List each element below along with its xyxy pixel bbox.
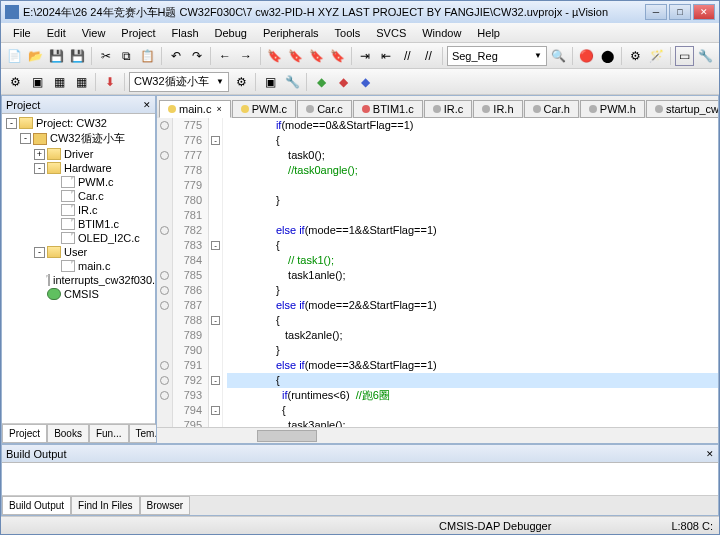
menu-view[interactable]: View xyxy=(74,25,114,41)
outdent-icon[interactable]: ⇤ xyxy=(377,46,396,66)
menu-svcs[interactable]: SVCS xyxy=(368,25,414,41)
pane-close-icon[interactable]: ✕ xyxy=(143,100,151,110)
menu-peripherals[interactable]: Peripherals xyxy=(255,25,327,41)
tree-target[interactable]: -CW32循迹小车 xyxy=(4,130,153,147)
cut-icon[interactable]: ✂ xyxy=(96,46,115,66)
tree-file-interrupts_cw32f030-c[interactable]: interrupts_cw32f030.c xyxy=(4,273,153,287)
menu-edit[interactable]: Edit xyxy=(39,25,74,41)
menu-help[interactable]: Help xyxy=(469,25,508,41)
build-output-pane: Build Output ✕ Build OutputFind In Files… xyxy=(1,444,719,516)
editor-pane: main.c×PWM.cCar.cBTIM1.cIR.cIR.hCar.hPWM… xyxy=(156,95,719,444)
bookmark-next-icon[interactable]: 🔖 xyxy=(286,46,305,66)
code-body[interactable]: if(mode==0&&StartFlag==1) { task0(); //t… xyxy=(223,118,718,427)
translate-icon[interactable]: ⚙ xyxy=(5,72,25,92)
status-debugger: CMSIS-DAP Debugger xyxy=(439,520,551,532)
saveall-icon[interactable]: 💾 xyxy=(68,46,87,66)
download-icon[interactable]: ⬇ xyxy=(100,72,120,92)
menu-window[interactable]: Window xyxy=(414,25,469,41)
tree-file-IR-c[interactable]: IR.c xyxy=(4,203,153,217)
debug-icon[interactable]: 🔴 xyxy=(577,46,596,66)
proj-tab-2[interactable]: Fun... xyxy=(89,424,129,443)
bookmark-clear-icon[interactable]: 🔖 xyxy=(328,46,347,66)
tree-file-Car-c[interactable]: Car.c xyxy=(4,189,153,203)
tree-project-root[interactable]: -Project: CW32 xyxy=(4,116,153,130)
new-icon[interactable]: 📄 xyxy=(5,46,24,66)
blue-icon[interactable]: ◆ xyxy=(355,72,375,92)
title-bar: E:\2024年\26 24年竞赛小车H题 CW32F030C\7 cw32-P… xyxy=(1,1,719,23)
tools-icon[interactable]: 🔧 xyxy=(696,46,715,66)
build-tab-0[interactable]: Build Output xyxy=(2,496,71,515)
menu-project[interactable]: Project xyxy=(113,25,163,41)
file-tab-Car-c[interactable]: Car.c xyxy=(297,100,352,118)
file-tab-IR-h[interactable]: IR.h xyxy=(473,100,522,118)
tree-group-cmsis[interactable]: CMSIS xyxy=(4,287,153,301)
target-combo[interactable]: CW32循迹小车▼ xyxy=(129,72,229,92)
tree-file-BTIM1-c[interactable]: BTIM1.c xyxy=(4,217,153,231)
build-tab-2[interactable]: Browser xyxy=(140,496,191,515)
batch-icon[interactable]: ▦ xyxy=(71,72,91,92)
breakpoint-icon[interactable]: ⬤ xyxy=(598,46,617,66)
build-body[interactable] xyxy=(2,463,718,495)
file-tabs: main.c×PWM.cCar.cBTIM1.cIR.cIR.hCar.hPWM… xyxy=(157,96,718,118)
proj-tab-1[interactable]: Books xyxy=(47,424,89,443)
find-combo[interactable]: Seg_Reg▼ xyxy=(447,46,547,66)
minimize-button[interactable]: ─ xyxy=(645,4,667,20)
undo-icon[interactable]: ↶ xyxy=(166,46,185,66)
rebuild-icon[interactable]: ▦ xyxy=(49,72,69,92)
tree-group-hardware[interactable]: -Hardware xyxy=(4,161,153,175)
build-icon[interactable]: ▣ xyxy=(27,72,47,92)
build-close-icon[interactable]: ✕ xyxy=(706,449,714,459)
wand-icon[interactable]: 🪄 xyxy=(647,46,666,66)
file-tab-PWM-c[interactable]: PWM.c xyxy=(232,100,296,118)
build-tab-1[interactable]: Find In Files xyxy=(71,496,139,515)
build-tabs: Build OutputFind In FilesBrowser xyxy=(2,495,718,515)
find-icon[interactable]: 🔍 xyxy=(549,46,568,66)
open-icon[interactable]: 📂 xyxy=(26,46,45,66)
file-tab-startup_cw32f030-s[interactable]: startup_cw32f030.s xyxy=(646,100,718,118)
tree-file-main-c[interactable]: main.c xyxy=(4,259,153,273)
proj-tab-0[interactable]: Project xyxy=(2,424,47,443)
manage-icon[interactable]: ▣ xyxy=(260,72,280,92)
tree-group-driver[interactable]: +Driver xyxy=(4,147,153,161)
bookmark-prev-icon[interactable]: 🔖 xyxy=(307,46,326,66)
tree-file-OLED_I2C-c[interactable]: OLED_I2C.c xyxy=(4,231,153,245)
green-dot-icon[interactable]: ◆ xyxy=(311,72,331,92)
file-tab-Car-h[interactable]: Car.h xyxy=(524,100,579,118)
toolbar-main: 📄 📂 💾 💾 ✂ ⧉ 📋 ↶ ↷ ← → 🔖 🔖 🔖 🔖 ⇥ ⇤ // // … xyxy=(1,43,719,69)
back-icon[interactable]: ← xyxy=(215,46,234,66)
menu-debug[interactable]: Debug xyxy=(207,25,255,41)
maximize-button[interactable]: □ xyxy=(669,4,691,20)
config-icon[interactable]: ⚙ xyxy=(626,46,645,66)
file-tab-BTIM1-c[interactable]: BTIM1.c xyxy=(353,100,423,118)
menu-tools[interactable]: Tools xyxy=(327,25,369,41)
comment-icon[interactable]: // xyxy=(398,46,417,66)
tree-file-PWM-c[interactable]: PWM.c xyxy=(4,175,153,189)
target-opt-icon[interactable]: 🔧 xyxy=(282,72,302,92)
toolbar-build: ⚙ ▣ ▦ ▦ ⬇ CW32循迹小车▼ ⚙ ▣ 🔧 ◆ ◆ ◆ xyxy=(1,69,719,95)
bookmark-icon[interactable]: 🔖 xyxy=(265,46,284,66)
fold-gutter[interactable]: ------ xyxy=(209,118,223,427)
project-tabs: ProjectBooksFun...Tem... xyxy=(2,423,155,443)
h-scrollbar[interactable] xyxy=(157,427,718,443)
file-tab-IR-c[interactable]: IR.c xyxy=(424,100,473,118)
project-tree[interactable]: -Project: CW32-CW32循迹小车+Driver-HardwareP… xyxy=(2,114,155,423)
file-tab-main-c[interactable]: main.c× xyxy=(159,100,231,118)
close-button[interactable]: ✕ xyxy=(693,4,715,20)
tree-group-user[interactable]: -User xyxy=(4,245,153,259)
copy-icon[interactable]: ⧉ xyxy=(117,46,136,66)
code-area[interactable]: 7757767777787797807817827837847857867877… xyxy=(157,118,718,427)
menu-flash[interactable]: Flash xyxy=(164,25,207,41)
save-icon[interactable]: 💾 xyxy=(47,46,66,66)
paste-icon[interactable]: 📋 xyxy=(138,46,157,66)
uncomment-icon[interactable]: // xyxy=(419,46,438,66)
breakpoint-gutter[interactable] xyxy=(157,118,173,427)
redo-icon[interactable]: ↷ xyxy=(187,46,206,66)
options-icon[interactable]: ⚙ xyxy=(231,72,251,92)
fwd-icon[interactable]: → xyxy=(236,46,255,66)
menu-file[interactable]: File xyxy=(5,25,39,41)
window-icon[interactable]: ▭ xyxy=(675,46,694,66)
file-tab-PWM-h[interactable]: PWM.h xyxy=(580,100,645,118)
indent-icon[interactable]: ⇥ xyxy=(356,46,375,66)
window-title: E:\2024年\26 24年竞赛小车H题 CW32F030C\7 cw32-P… xyxy=(23,5,645,20)
red-up-icon[interactable]: ◆ xyxy=(333,72,353,92)
